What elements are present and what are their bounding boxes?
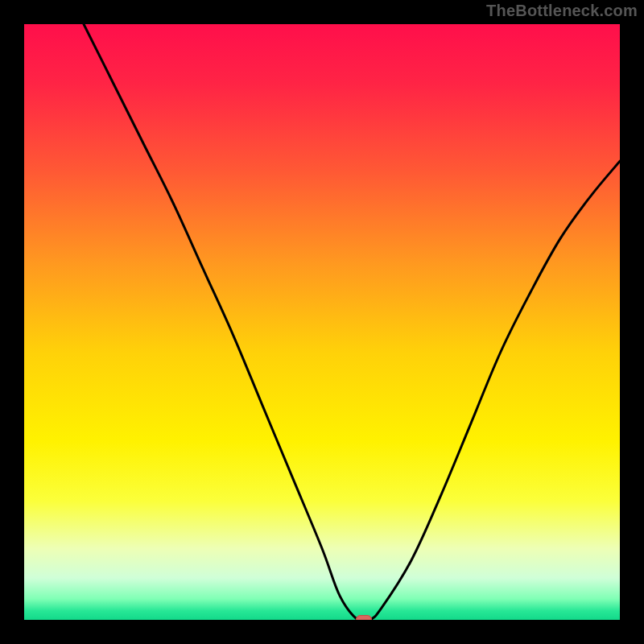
plot-area	[24, 24, 620, 620]
highlight-point	[356, 615, 372, 620]
attribution-label: TheBottleneck.com	[486, 2, 638, 20]
chart-frame: TheBottleneck.com	[0, 0, 644, 644]
bottleneck-curve	[24, 24, 620, 620]
